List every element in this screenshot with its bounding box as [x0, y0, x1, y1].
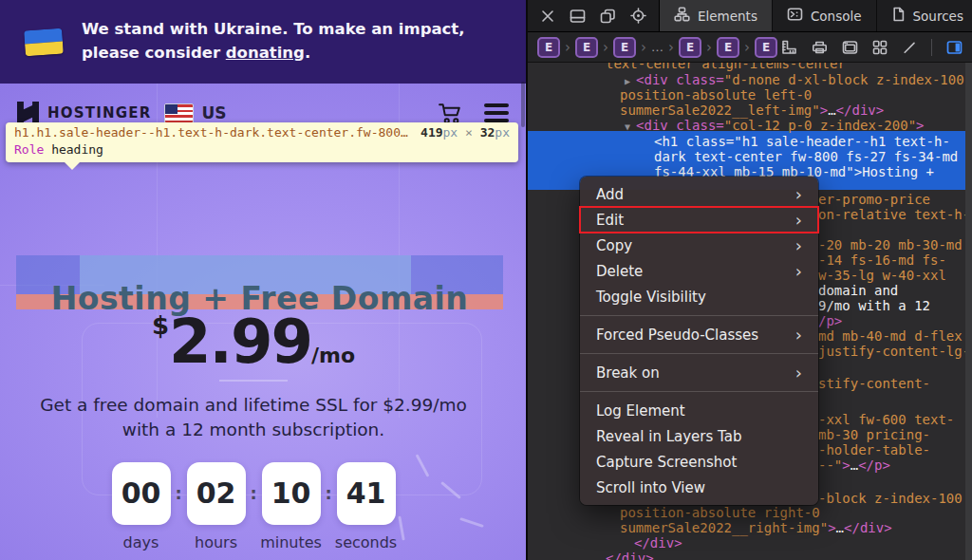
country-label[interactable]: US: [201, 103, 226, 122]
dom-tree-line[interactable]: -holder-table-: [818, 442, 930, 457]
countdown-label: seconds: [335, 533, 397, 551]
sidebar-toggle-icon[interactable]: [946, 40, 963, 55]
dom-tree-line[interactable]: 9/mo with a 12: [818, 298, 930, 313]
dom-tree-line[interactable]: summerSale2022__right-img">…</div>: [620, 520, 892, 535]
code-segment: <div class=: [636, 118, 724, 133]
dom-tree-line[interactable]: domain and: [818, 283, 898, 298]
breadcrumb-element-badge[interactable]: E: [537, 37, 560, 58]
menu-item-copy[interactable]: Copy›: [580, 233, 818, 258]
dom-tree-line[interactable]: <h1 class="h1 sale-header--h1 text-h-: [654, 134, 950, 149]
tooltip-selector: h1.h1.sale-header--h1.text-h-dark.text-c…: [14, 124, 408, 141]
cart-icon[interactable]: [438, 102, 464, 125]
new-window-icon[interactable]: [600, 9, 616, 24]
tab-sources[interactable]: Sources: [877, 0, 972, 31]
dom-tree-line[interactable]: er-promo-price: [818, 192, 930, 207]
code-segment: >: [820, 103, 828, 118]
dom-tree-line[interactable]: mb-30 pricing-: [818, 427, 930, 442]
dom-tree-line[interactable]: ▼ <div class="col-12 p-0 z-index-200">: [625, 118, 925, 135]
dom-tree-line[interactable]: md mb-40-md d-flex: [818, 328, 963, 344]
submenu-arrow-icon: ›: [795, 181, 802, 207]
disclosure-arrow-icon[interactable]: ▼: [625, 121, 636, 132]
dom-tree-line[interactable]: justify-content-lg-: [818, 344, 970, 359]
dom-tree-line[interactable]: --">…</p>: [818, 457, 890, 473]
grid-icon[interactable]: [872, 40, 888, 55]
close-icon[interactable]: [540, 9, 555, 24]
page-scrollbar-thumb[interactable]: [521, 82, 525, 127]
countdown-unit: 00days: [112, 462, 171, 551]
hostinger-logo[interactable]: HOSTINGER: [17, 102, 151, 125]
code-segment: -holder-table-: [818, 442, 930, 457]
dom-tree-line[interactable]: w-35-lg w-40-xxl: [818, 268, 946, 283]
countdown-value: 00: [112, 462, 171, 525]
code-segment: stify-content-: [818, 376, 930, 391]
dock-bottom-icon[interactable]: [570, 9, 586, 24]
menu-item-add[interactable]: Add›: [580, 181, 818, 207]
pencil-icon[interactable]: [902, 40, 917, 55]
devtools-panel: ElementsConsoleSources E›E›E›…›E›E›E tex…: [526, 0, 972, 560]
code-segment: </div>: [844, 520, 892, 535]
dom-tree-line[interactable]: on-relative text-h-: [818, 207, 970, 222]
hostinger-h-icon: [17, 102, 39, 125]
menu-item-label: Add: [596, 186, 624, 203]
menu-item-break-on[interactable]: Break on›: [580, 360, 818, 385]
code-segment: >: [842, 457, 850, 473]
dom-tree-line[interactable]: stify-content-: [818, 376, 930, 391]
code-segment: </div>: [634, 535, 682, 551]
breadcrumb-element-badge[interactable]: E: [679, 37, 701, 58]
hero-heading: Hosting + Free Domain: [16, 280, 503, 317]
countdown-colon: :: [171, 462, 187, 525]
breadcrumb-element-badge[interactable]: E: [755, 37, 777, 58]
element-picker-icon[interactable]: [630, 8, 646, 24]
dom-tree-line[interactable]: </div>: [606, 551, 654, 560]
menu-item-toggle-visibility[interactable]: Toggle Visibility: [580, 284, 818, 309]
code-segment: <div class=: [636, 72, 724, 87]
devtools-scrollbar[interactable]: [965, 63, 972, 560]
menu-item-capture-screenshot[interactable]: Capture Screenshot: [580, 449, 818, 475]
submenu-arrow-icon: ›: [795, 360, 802, 385]
device-frame-icon[interactable]: [842, 40, 858, 55]
dom-tree-line[interactable]: /p>: [818, 313, 842, 328]
menu-item-forced-pseudo-classes[interactable]: Forced Pseudo-Classes›: [580, 322, 818, 347]
donate-link[interactable]: donating: [226, 44, 305, 62]
devtools-window-controls: [528, 0, 660, 31]
breadcrumb-separator: ›: [565, 39, 570, 56]
breadcrumb-element-badge[interactable]: E: [717, 37, 739, 58]
dom-tree-line[interactable]: -xxl fw-600 text-: [818, 412, 954, 427]
breadcrumb-separator: ›: [603, 39, 608, 56]
banner-text: We stand with Ukraine. To make an impact…: [82, 18, 501, 65]
breadcrumb-actions: [781, 39, 963, 56]
dom-tree-line[interactable]: dark text-center fw-800 fs-27 fs-34-md: [654, 149, 958, 164]
breadcrumb-element-badge[interactable]: E: [575, 37, 598, 58]
menu-item-edit[interactable]: Edit›: [580, 207, 818, 233]
ruler-icon[interactable]: [781, 40, 797, 55]
tab-label: Sources: [913, 9, 963, 24]
menu-item-delete[interactable]: Delete›: [580, 258, 818, 284]
menu-separator: [580, 353, 818, 354]
hero-description: Get a free domain and lifetime SSL for $…: [26, 393, 481, 443]
dom-tree-line[interactable]: -block z-index-100: [818, 491, 963, 506]
dom-tree-line[interactable]: -20 mb-20 mb-30-md: [818, 237, 963, 252]
dom-tree-line[interactable]: summerSale2022__left-img">…</div>: [620, 103, 884, 118]
menu-item-label: Log Element: [596, 402, 685, 420]
code-segment: justify-content-lg-: [818, 344, 970, 359]
menu-item-label: Delete: [596, 263, 643, 280]
menu-item-log-element[interactable]: Log Element: [580, 398, 818, 423]
tab-console[interactable]: Console: [773, 0, 877, 31]
elements-icon: [674, 7, 690, 25]
dom-tree-line[interactable]: -14 fs-16-md fs-: [818, 252, 946, 268]
ukraine-banner: We stand with Ukraine. To make an impact…: [0, 0, 526, 84]
disclosure-arrow-icon[interactable]: ▶: [625, 76, 636, 86]
dom-tree-line[interactable]: position-absolute left-0: [620, 87, 812, 103]
dom-tree-line[interactable]: </div>: [634, 535, 682, 551]
menu-item-reveal-in-layers-tab[interactable]: Reveal in Layers Tab: [580, 423, 818, 449]
price: $2.99/mo: [152, 311, 355, 372]
code-segment: summerSale2022__left-img": [620, 103, 820, 118]
dom-tree-line[interactable]: text-center align-items-center: [606, 63, 846, 71]
breadcrumb-element-badge[interactable]: E: [613, 37, 636, 58]
hamburger-menu-icon[interactable]: [484, 103, 509, 121]
menu-item-scroll-into-view[interactable]: Scroll into View: [580, 475, 818, 500]
print-icon[interactable]: [812, 40, 828, 55]
dom-tree-line[interactable]: position-absolute right-0: [620, 505, 820, 520]
tab-elements[interactable]: Elements: [660, 0, 773, 31]
countdown-unit: 02hours: [187, 462, 246, 551]
